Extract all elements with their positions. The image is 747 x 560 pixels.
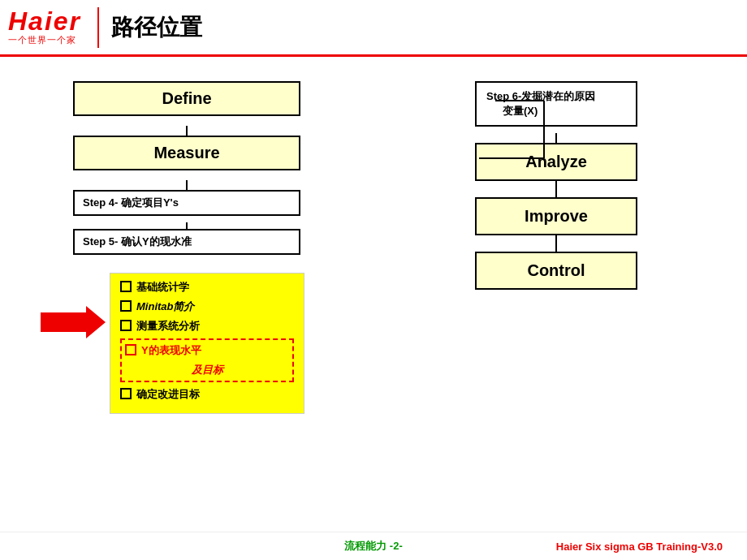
connector-line-r2: [555, 181, 557, 197]
checkbox-2: [120, 300, 132, 312]
measure-box: Measure: [73, 136, 300, 170]
continuation-text: 及目标: [125, 363, 289, 377]
left-column: Define Measure Step 4- 确定项目Y's Step 5- 确…: [24, 73, 365, 515]
detail-item-2: Minitab简介: [120, 299, 294, 314]
page-title: 路径位置: [111, 12, 202, 43]
checkbox-4: [125, 344, 136, 355]
detail-item-3: 测量系统分析: [120, 319, 294, 334]
logo-tagline: 一个世界一个家: [8, 34, 76, 46]
connector-line-3: [186, 222, 188, 229]
connector-line-2: [186, 180, 188, 190]
header-divider: [97, 7, 99, 48]
connector-line-r3: [555, 235, 557, 252]
logo-haier: Haier: [8, 8, 81, 34]
define-box: Define: [73, 81, 300, 116]
step4-box: Step 4- 确定项目Y's: [73, 190, 300, 216]
checkbox-1: [120, 281, 132, 292]
checkbox-3: [120, 320, 132, 331]
checkbox-5: [120, 388, 132, 399]
improve-box: Improve: [475, 197, 637, 235]
detail-item-5: 确定改进目标: [120, 387, 294, 402]
analyze-box: Analyze: [475, 143, 637, 181]
main-content: Define Measure Step 4- 确定项目Y's Step 5- 确…: [0, 57, 747, 532]
red-arrow: [41, 306, 106, 342]
footer: 流程能力 -2- Haier Six sigma GB Training-V3.…: [0, 532, 747, 560]
connector-line-r1: [555, 133, 557, 143]
step6-box: Step 6-发掘潜在的原因 变量(X): [475, 81, 637, 127]
logo-area: Haier 一个世界一个家: [8, 8, 81, 46]
step5-box: Step 5- 确认Y的现水准: [73, 229, 300, 255]
header: Haier 一个世界一个家 路径位置: [0, 0, 747, 57]
dashed-highlight-box: Y的表现水平 及目标: [120, 338, 294, 382]
right-column: Step 6-发掘潜在的原因 变量(X) Analyze Improve Con…: [365, 73, 723, 515]
detail-box: 基础统计学 Minitab简介 测量系统分析 Y的表现水平 及目标: [110, 273, 304, 414]
footer-center-text: 流程能力 -2-: [344, 539, 403, 554]
footer-right-text: Haier Six sigma GB Training-V3.0: [556, 541, 723, 553]
connector-line-1: [186, 126, 188, 136]
detail-item-1: 基础统计学: [120, 280, 294, 295]
detail-item-4: Y的表现水平: [125, 343, 289, 358]
control-box: Control: [475, 252, 637, 290]
